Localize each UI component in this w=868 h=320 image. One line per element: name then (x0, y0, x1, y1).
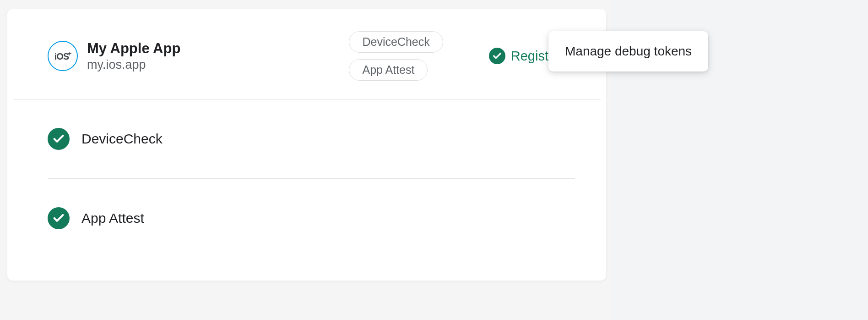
check-circle-icon (48, 128, 70, 150)
platform-ios-icon: iOS+ (48, 41, 78, 71)
list-item[interactable]: DeviceCheck (48, 99, 575, 179)
check-circle-icon (48, 207, 70, 229)
menu-item-label: Manage debug tokens (565, 44, 692, 58)
provider-label: DeviceCheck (81, 131, 163, 147)
check-circle-icon (489, 48, 505, 64)
chip-devicecheck: DeviceCheck (349, 31, 443, 53)
app-header-row[interactable]: iOS+ My Apple App my.ios.app DeviceCheck… (13, 9, 601, 99)
app-info: My Apple App my.ios.app (87, 40, 349, 72)
provider-label: App Attest (81, 210, 144, 226)
provider-list: DeviceCheck App Attest (13, 99, 601, 281)
provider-chips: DeviceCheck App Attest (349, 31, 443, 81)
app-bundle-id: my.ios.app (87, 58, 349, 72)
app-name: My Apple App (87, 40, 349, 57)
app-card: iOS+ My Apple App my.ios.app DeviceCheck… (7, 9, 606, 281)
manage-debug-tokens-menu-item[interactable]: Manage debug tokens (548, 31, 708, 72)
chip-appattest: App Attest (349, 59, 428, 81)
list-item[interactable]: App Attest (48, 179, 575, 258)
